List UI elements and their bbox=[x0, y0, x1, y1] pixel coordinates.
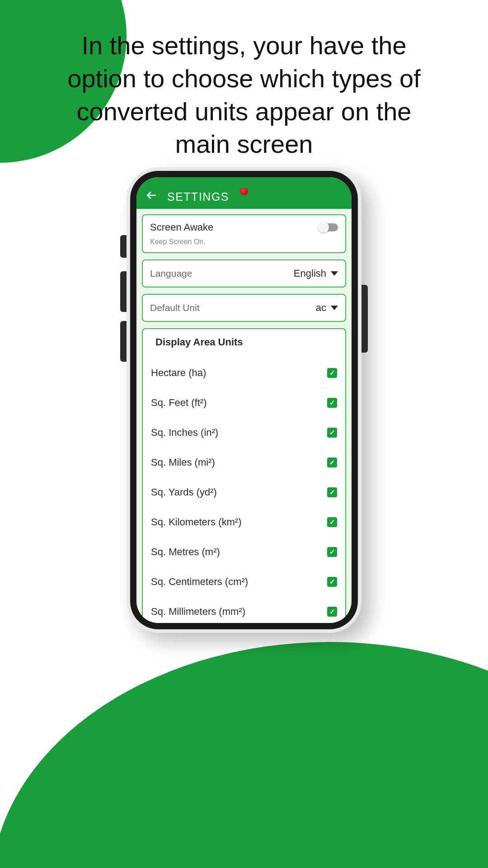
unit-label: Sq. Metres (m²) bbox=[151, 546, 220, 558]
chevron-down-icon bbox=[331, 271, 338, 276]
unit-row-sqkm[interactable]: Sq. Kilometers (km²) ✓ bbox=[151, 507, 337, 537]
screen-awake-toggle[interactable] bbox=[320, 223, 338, 231]
phone-hardware-button bbox=[120, 271, 127, 312]
checkbox-checked-icon[interactable]: ✓ bbox=[327, 428, 337, 438]
headline-text: In the settings, your have the option to… bbox=[59, 29, 429, 161]
checkbox-checked-icon[interactable]: ✓ bbox=[327, 487, 337, 497]
app-bar-title: SETTINGS bbox=[167, 190, 229, 203]
language-dropdown[interactable]: Language English bbox=[142, 259, 346, 288]
unit-label: Sq. Millimeters (mm²) bbox=[151, 606, 245, 618]
unit-row-sqm[interactable]: Sq. Metres (m²) ✓ bbox=[151, 537, 337, 567]
decorative-shape-bottom bbox=[0, 642, 488, 868]
unit-label: Sq. Miles (mi²) bbox=[151, 457, 215, 468]
screen-awake-subtitle: Keep Screen On. bbox=[150, 238, 338, 246]
checkbox-checked-icon[interactable]: ✓ bbox=[327, 547, 337, 557]
unit-label: Sq. Inches (in²) bbox=[151, 427, 218, 439]
checkbox-checked-icon[interactable]: ✓ bbox=[327, 607, 337, 617]
unit-row-sqmm[interactable]: Sq. Millimeters (mm²) ✓ bbox=[151, 597, 337, 623]
unit-row-sqinches[interactable]: Sq. Inches (in²) ✓ bbox=[151, 418, 337, 448]
language-value: English bbox=[294, 268, 326, 279]
screen-awake-card: Screen Awake Keep Screen On. bbox=[142, 214, 346, 253]
checkbox-checked-icon[interactable]: ✓ bbox=[327, 517, 337, 527]
toggle-knob bbox=[318, 222, 329, 233]
unit-label: Sq. Yards (yd²) bbox=[151, 486, 217, 498]
default-unit-label: Default Unit bbox=[150, 302, 200, 313]
camera-icon bbox=[240, 187, 248, 195]
unit-label: Sq. Feet (ft²) bbox=[151, 397, 206, 409]
unit-label: Hectare (ha) bbox=[151, 367, 206, 379]
phone-mockup: SETTINGS Screen Awake Keep Screen On. La… bbox=[127, 167, 361, 633]
unit-row-sqfeet[interactable]: Sq. Feet (ft²) ✓ bbox=[151, 388, 337, 418]
unit-row-sqmiles[interactable]: Sq. Miles (mi²) ✓ bbox=[151, 448, 337, 477]
checkbox-checked-icon[interactable]: ✓ bbox=[327, 577, 337, 587]
screen-awake-title: Screen Awake bbox=[150, 222, 213, 233]
default-unit-value: ac bbox=[316, 302, 326, 314]
display-units-header: Display Area Units bbox=[151, 336, 337, 348]
unit-label: Sq. Kilometers (km²) bbox=[151, 516, 241, 528]
checkbox-checked-icon[interactable]: ✓ bbox=[327, 368, 337, 378]
checkbox-checked-icon[interactable]: ✓ bbox=[327, 458, 337, 467]
chevron-down-icon bbox=[331, 306, 338, 310]
display-units-section: Display Area Units Hectare (ha) ✓ Sq. Fe… bbox=[142, 328, 346, 623]
language-label: Language bbox=[150, 268, 192, 279]
default-unit-dropdown[interactable]: Default Unit ac bbox=[142, 294, 346, 322]
screen: SETTINGS Screen Awake Keep Screen On. La… bbox=[136, 177, 352, 623]
unit-label: Sq. Centimeters (cm²) bbox=[151, 576, 248, 588]
checkbox-checked-icon[interactable]: ✓ bbox=[327, 398, 337, 408]
unit-row-hectare[interactable]: Hectare (ha) ✓ bbox=[151, 358, 337, 388]
phone-hardware-button bbox=[120, 321, 127, 362]
unit-row-sqyards[interactable]: Sq. Yards (yd²) ✓ bbox=[151, 477, 337, 507]
unit-row-sqcm[interactable]: Sq. Centimeters (cm²) ✓ bbox=[151, 567, 337, 597]
phone-frame: SETTINGS Screen Awake Keep Screen On. La… bbox=[130, 171, 358, 629]
settings-content: Screen Awake Keep Screen On. Language En… bbox=[136, 209, 352, 623]
phone-hardware-button bbox=[120, 235, 127, 258]
back-arrow-icon[interactable] bbox=[145, 189, 157, 203]
phone-hardware-button bbox=[361, 285, 368, 353]
